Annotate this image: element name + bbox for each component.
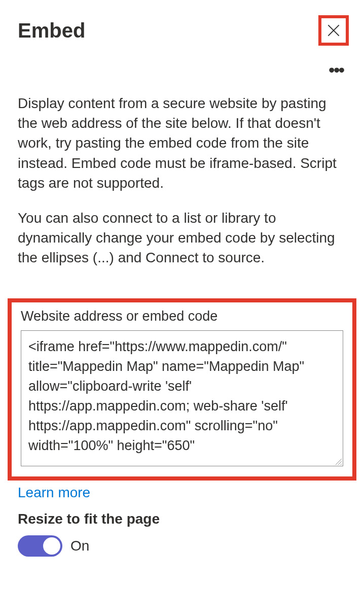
close-icon — [325, 22, 342, 39]
embed-code-wrapper — [21, 330, 343, 466]
close-button[interactable] — [318, 15, 349, 46]
resize-toggle[interactable] — [18, 535, 62, 557]
embed-code-label: Website address or embed code — [21, 309, 343, 324]
more-options-button[interactable]: ••• — [329, 61, 344, 78]
panel-title: Embed — [18, 19, 85, 42]
embed-code-input[interactable] — [21, 331, 343, 466]
learn-more-link[interactable]: Learn more — [18, 485, 90, 500]
toggle-state-label: On — [70, 538, 89, 554]
description-text-1: Display content from a secure website by… — [0, 93, 364, 193]
embed-code-section: Website address or embed code — [8, 298, 356, 481]
description-text-2: You can also connect to a list or librar… — [0, 208, 364, 268]
resize-toggle-label: Resize to fit the page — [18, 511, 346, 527]
toggle-thumb — [43, 537, 60, 555]
